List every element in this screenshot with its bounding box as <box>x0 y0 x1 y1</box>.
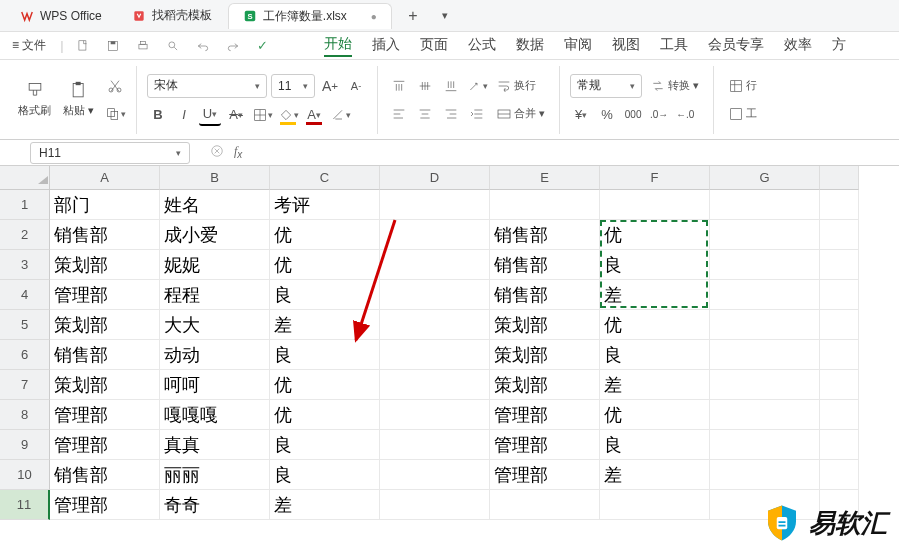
number-format-select[interactable]: 常规▾ <box>570 74 642 98</box>
cell-C4[interactable]: 良 <box>270 280 380 310</box>
cell-E10[interactable]: 管理部 <box>490 460 600 490</box>
cell-A11[interactable]: 管理部 <box>50 490 160 520</box>
cell-E8[interactable]: 管理部 <box>490 400 600 430</box>
cell-D1[interactable] <box>380 190 490 220</box>
print-icon[interactable] <box>132 35 154 57</box>
cell-D5[interactable] <box>380 310 490 340</box>
cell-A4[interactable]: 管理部 <box>50 280 160 310</box>
cell-A9[interactable]: 管理部 <box>50 430 160 460</box>
cell-G4[interactable] <box>710 280 820 310</box>
convert-button[interactable]: 转换 ▾ <box>646 75 703 97</box>
ribbon-tab-efficiency[interactable]: 效率 <box>784 36 812 56</box>
cell-4[interactable] <box>820 280 859 310</box>
cell-E6[interactable]: 策划部 <box>490 340 600 370</box>
col-header-C[interactable]: C <box>270 166 380 190</box>
cell-G5[interactable] <box>710 310 820 340</box>
cell-G7[interactable] <box>710 370 820 400</box>
ribbon-tab-view[interactable]: 视图 <box>612 36 640 56</box>
cell-G6[interactable] <box>710 340 820 370</box>
cell-F4[interactable]: 差 <box>600 280 710 310</box>
cell-C5[interactable]: 差 <box>270 310 380 340</box>
format-painter-button[interactable]: 格式刷 <box>18 81 51 118</box>
cancel-fx-icon[interactable] <box>210 144 224 161</box>
cell-3[interactable] <box>820 250 859 280</box>
cell-D7[interactable] <box>380 370 490 400</box>
cell-10[interactable] <box>820 460 859 490</box>
cell-C2[interactable]: 优 <box>270 220 380 250</box>
row-header-8[interactable]: 8 <box>0 400 50 430</box>
cell-E1[interactable] <box>490 190 600 220</box>
cell-B3[interactable]: 妮妮 <box>160 250 270 280</box>
name-box[interactable]: H11▾ <box>30 142 190 164</box>
ribbon-tab-member[interactable]: 会员专享 <box>708 36 764 56</box>
cell-9[interactable] <box>820 430 859 460</box>
italic-icon[interactable]: I <box>173 104 195 126</box>
cell-B6[interactable]: 动动 <box>160 340 270 370</box>
ribbon-tab-tools[interactable]: 工具 <box>660 36 688 56</box>
cell-B11[interactable]: 奇奇 <box>160 490 270 520</box>
formula-input[interactable] <box>252 146 752 160</box>
align-bottom-icon[interactable] <box>440 75 462 97</box>
cell-G3[interactable] <box>710 250 820 280</box>
col-header-E[interactable]: E <box>490 166 600 190</box>
fill-color-icon[interactable]: ▾ <box>277 104 299 126</box>
cell-B9[interactable]: 真真 <box>160 430 270 460</box>
cell-A7[interactable]: 策划部 <box>50 370 160 400</box>
col-header-F[interactable]: F <box>600 166 710 190</box>
cell-B2[interactable]: 成小爱 <box>160 220 270 250</box>
cell-A5[interactable]: 策划部 <box>50 310 160 340</box>
decrease-font-icon[interactable]: A- <box>345 75 367 97</box>
cell-E5[interactable]: 策划部 <box>490 310 600 340</box>
fx-icon[interactable]: fx <box>234 144 242 160</box>
save-icon[interactable] <box>102 35 124 57</box>
ribbon-tab-start[interactable]: 开始 <box>324 35 352 57</box>
select-all-corner[interactable] <box>0 166 50 190</box>
cell-D2[interactable] <box>380 220 490 250</box>
cell-D8[interactable] <box>380 400 490 430</box>
cell-C10[interactable]: 良 <box>270 460 380 490</box>
tab-wps-home[interactable]: WPS Office <box>6 3 116 29</box>
cell-F8[interactable]: 优 <box>600 400 710 430</box>
cut-icon[interactable] <box>104 75 126 97</box>
rowcol-button[interactable]: 行 <box>724 75 761 97</box>
cell-D3[interactable] <box>380 250 490 280</box>
cell-F2[interactable]: 优 <box>600 220 710 250</box>
cell-F10[interactable]: 差 <box>600 460 710 490</box>
row-header-4[interactable]: 4 <box>0 280 50 310</box>
ribbon-tab-more[interactable]: 方 <box>832 36 846 56</box>
cell-E2[interactable]: 销售部 <box>490 220 600 250</box>
cell-E3[interactable]: 销售部 <box>490 250 600 280</box>
row-header-7[interactable]: 7 <box>0 370 50 400</box>
decrease-decimal-icon[interactable]: ←.0 <box>674 104 696 126</box>
currency-icon[interactable]: ¥ ▾ <box>570 104 592 126</box>
cell-B8[interactable]: 嘎嘎嘎 <box>160 400 270 430</box>
cell-D4[interactable] <box>380 280 490 310</box>
ribbon-tab-page[interactable]: 页面 <box>420 36 448 56</box>
merge-button[interactable]: 合并 ▾ <box>492 103 549 125</box>
percent-icon[interactable]: % <box>596 104 618 126</box>
cell-C9[interactable]: 良 <box>270 430 380 460</box>
ribbon-tab-data[interactable]: 数据 <box>516 36 544 56</box>
preview-icon[interactable] <box>162 35 184 57</box>
cell-A10[interactable]: 销售部 <box>50 460 160 490</box>
cell-F11[interactable] <box>600 490 710 520</box>
row-header-11[interactable]: 11 <box>0 490 50 520</box>
cell-A6[interactable]: 销售部 <box>50 340 160 370</box>
new-tab-button[interactable]: + <box>402 5 424 27</box>
cell-E7[interactable]: 策划部 <box>490 370 600 400</box>
cell-D10[interactable] <box>380 460 490 490</box>
wrap-text-button[interactable]: 换行 <box>492 75 540 97</box>
cell-8[interactable] <box>820 400 859 430</box>
check-icon[interactable]: ✓ <box>252 35 274 57</box>
cell-F3[interactable]: 良 <box>600 250 710 280</box>
col-header-[interactable] <box>820 166 859 190</box>
new-doc-icon[interactable] <box>72 35 94 57</box>
cell-E4[interactable]: 销售部 <box>490 280 600 310</box>
cell-G10[interactable] <box>710 460 820 490</box>
increase-font-icon[interactable]: A+ <box>319 75 341 97</box>
copy-icon[interactable]: ▾ <box>104 103 126 125</box>
col-header-B[interactable]: B <box>160 166 270 190</box>
tab-templates[interactable]: 找稻壳模板 <box>118 3 226 29</box>
orientation-icon[interactable]: ▾ <box>466 75 488 97</box>
cell-1[interactable] <box>820 190 859 220</box>
